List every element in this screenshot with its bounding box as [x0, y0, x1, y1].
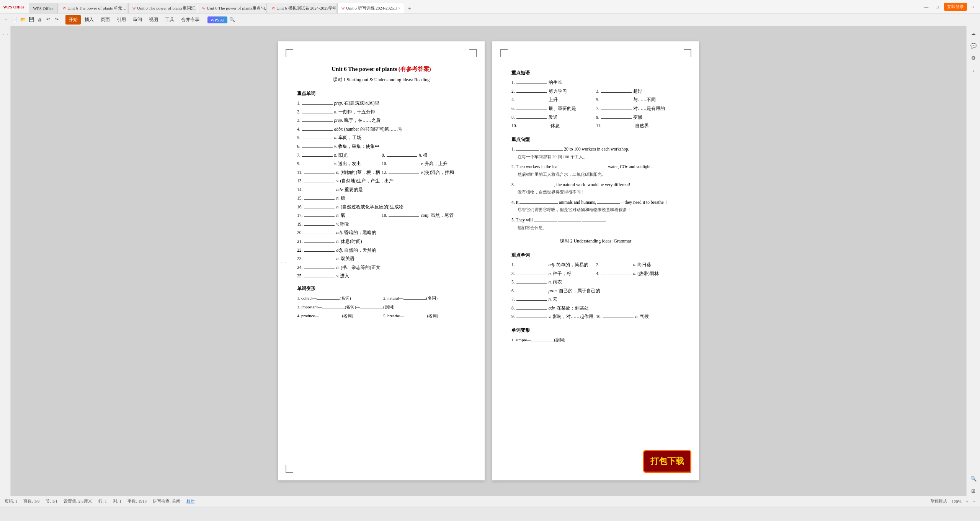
wps-ai-button[interactable]: WPS AI [207, 16, 227, 23]
vocab-blank-25 [304, 277, 335, 277]
vocab-blank-12 [389, 174, 419, 174]
status-right: 草稿模式 120% + − [930, 498, 975, 504]
phrase-row-6-7: 6. 最、重要的是 7. 对……是有用的 [511, 105, 680, 114]
phrase-row-4-5: 4. 上升 5. 与……不同 [511, 96, 680, 105]
vocab-blank-19 [304, 225, 335, 226]
tab-5-icon: W [341, 6, 345, 10]
tab-4[interactable]: W Unit 6 模拟测试卷 2024-2025学年… × [268, 3, 336, 13]
left-sidebar: ⋮⋮ [0, 26, 11, 496]
vocab-desc-11: n. (植物的)茎，梗，柄 [336, 169, 380, 177]
menu-view[interactable]: 视图 [146, 15, 161, 25]
open-icon[interactable]: 📂 [19, 16, 27, 24]
tab-5[interactable]: W Unit 6 听写训练 2024-2025□ × [337, 3, 405, 13]
phrase-desc-4: 上升 [549, 96, 558, 104]
menu-start[interactable]: 开始 [65, 15, 81, 25]
tab-add-button[interactable]: + [405, 4, 414, 13]
phrase-desc-5: 与……不同 [633, 96, 656, 104]
maximize-button[interactable]: □ [934, 4, 941, 10]
vocab-blank-17 [304, 216, 335, 217]
tab-1-icon: W [63, 6, 66, 10]
tab-3[interactable]: W Unit 6 The power of plants重点句… × [198, 3, 267, 13]
undo-icon[interactable]: ↶ [44, 16, 52, 24]
status-word-spacing: 设置值: 2.5厘米 [64, 498, 92, 504]
vocab-num-12: 12. [382, 169, 387, 177]
menu-tools[interactable]: 工具 [162, 15, 177, 25]
search-icon[interactable]: 🔍 [228, 16, 236, 24]
tab-wps-home[interactable]: WPS Office [29, 3, 57, 13]
menu-hamburger-icon[interactable]: ≡ [2, 16, 10, 24]
vocab-item-8: 8. n. 根 [382, 152, 466, 159]
zoom-in-icon[interactable]: + [966, 499, 969, 504]
minimize-button[interactable]: — [922, 4, 931, 10]
vocab-desc-7: n. 阳光 [334, 152, 348, 159]
redo-icon[interactable]: ↷ [53, 16, 60, 24]
menu-page[interactable]: 页面 [98, 15, 113, 25]
tab-1[interactable]: W Unit 6 The power of plants 单元… × [59, 3, 127, 13]
new-icon[interactable]: 📄 [11, 16, 18, 24]
vocab-blank-7 [302, 156, 333, 157]
top-right-controls: — □ 立即登录 × [922, 3, 977, 11]
phrase-row-10-11: 10. 休息 11. 自然界 [511, 122, 680, 131]
phrase-desc-3: 超过 [633, 88, 642, 95]
print-icon[interactable]: 🖨 [36, 16, 44, 24]
page-1: ⋮⋮ Unit 6 The power of plants (有参考答案) 课时… [278, 41, 485, 480]
morph-blank-1 [317, 299, 340, 300]
vocab-desc-15: n. 糖 [336, 195, 345, 202]
lesson1-subtitle: 课时 1 Starting out & Understanding ideas:… [297, 76, 466, 84]
vocab-blank-14 [304, 191, 335, 191]
phrase-desc-9: 变黑 [633, 114, 642, 121]
v2-blank-4 [601, 275, 632, 275]
vocab2-1: 1. adj. 简单的，简易的 [511, 261, 595, 269]
drag-handle[interactable]: ⋮⋮ [279, 258, 287, 264]
comment-icon[interactable]: 💬 [969, 41, 978, 51]
login-button[interactable]: 立即登录 [944, 3, 967, 11]
zoom-out-icon[interactable]: − [973, 499, 975, 504]
vocab-item-25: 25. v. 进入 [297, 272, 466, 280]
vocab-section-title: 重点单词 [297, 90, 466, 97]
tab-5-close[interactable]: × [398, 6, 400, 10]
close-button[interactable]: × [970, 4, 977, 10]
vocab-item-20: 20. adj. 昏暗的；黑暗的 [297, 229, 466, 237]
vocab-num-17: 17. [297, 212, 302, 220]
menu-collaborate[interactable]: 合并专享 [178, 15, 203, 25]
vocab-item-2: 2. n. 一刻钟，十五分钟 [297, 108, 466, 116]
status-view-mode[interactable]: 草稿模式 [930, 498, 947, 504]
menu-insert[interactable]: 插入 [82, 15, 97, 25]
v2-blank-2 [601, 266, 632, 266]
v2-desc-10: n. 气候 [635, 313, 649, 321]
cloud-icon[interactable]: ☁ [969, 29, 978, 38]
v2-num-9: 9. [511, 313, 515, 321]
phrase-num-8: 8. [511, 114, 515, 121]
morph-section-title: 单词变形 [297, 285, 466, 292]
menu-divider-2 [205, 17, 205, 23]
menu-reference[interactable]: 引用 [114, 15, 129, 25]
vocab-blank-22 [304, 251, 335, 252]
phrase-desc-1: 的生长 [549, 79, 562, 87]
vocab-item-24: 24. n. (书、杂志等的)正文 [297, 264, 466, 272]
phrase-4: 4. 上升 [511, 96, 595, 104]
vocab-desc-25: v. 进入 [336, 272, 349, 280]
menu-review[interactable]: 审阅 [130, 15, 145, 25]
vocab-desc-21: n. 休息(时间) [336, 238, 362, 246]
sidebar-toggle-icon[interactable]: ⋮⋮ [2, 29, 9, 37]
settings-icon[interactable]: ⚙ [969, 54, 978, 63]
v2-num-8: 8. [511, 305, 515, 312]
v2-num-4: 4. [596, 270, 599, 278]
vocab-desc-6: v. 收集，采集；使集中 [334, 143, 379, 151]
save-icon[interactable]: 💾 [28, 16, 35, 24]
corner-mark-tr [469, 49, 477, 57]
status-zoom[interactable]: 120% [952, 499, 962, 504]
sidebar-collapse-icon[interactable]: › [969, 66, 978, 75]
zoom-icon[interactable]: 🔍 [969, 474, 978, 483]
tab-2[interactable]: W Unit 6 The power of plants重词汇… × [128, 3, 197, 13]
morph-blank-3a [322, 308, 345, 308]
vocab-blank-23 [304, 260, 335, 260]
vocab-blank-8 [387, 156, 417, 157]
vocab-desc-23: n. 双关语 [336, 255, 354, 263]
download-badge[interactable]: 打包下载 [643, 450, 691, 473]
view-icon[interactable]: ⊞ [969, 487, 978, 496]
vocab-desc-19: v. 呼吸 [336, 221, 349, 228]
status-proofread[interactable]: 校对 [186, 498, 195, 504]
vocab-item-18: 18. conj. 虽然，尽管 [382, 212, 466, 220]
phrase-blank-6 [516, 110, 547, 110]
